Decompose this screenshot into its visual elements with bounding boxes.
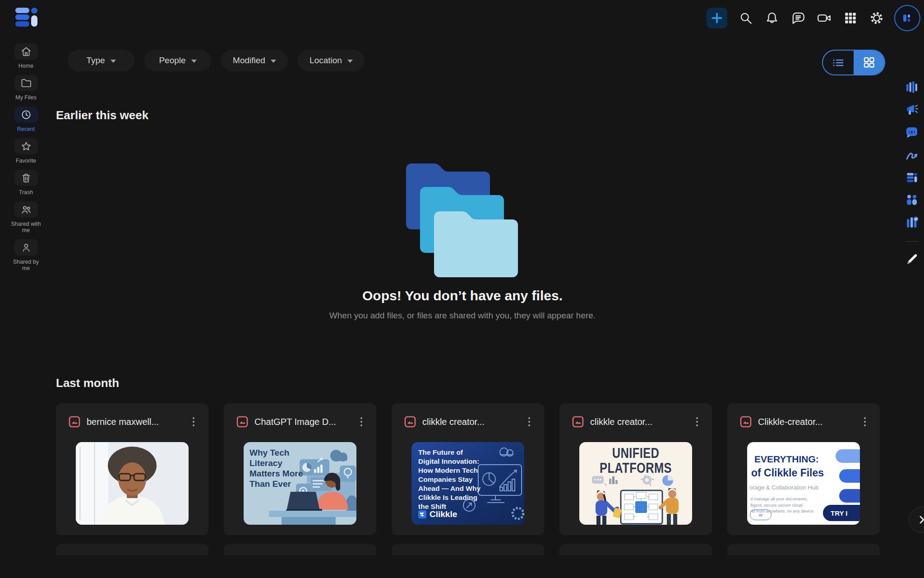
promo-pill: [839, 469, 860, 483]
file-thumbnail-illustration: The Future of Digital Innovation: How Mo…: [411, 442, 524, 525]
grid-view-button[interactable]: [854, 51, 884, 75]
folder-icon: [20, 77, 32, 89]
image-file-icon: [404, 416, 416, 428]
file-thumbnail-promo: EVERYTHING: of Clikkle Files orage & Col…: [747, 442, 860, 525]
empty-state-title: Oops! You don’t have any files.: [52, 288, 873, 303]
bell-icon: [765, 11, 779, 25]
filter-chips: Type People Modified Location: [68, 50, 365, 71]
chevron-right-icon: [917, 515, 924, 525]
sidebar-item-shared-by-me[interactable]: Shared by me: [11, 239, 41, 271]
top-bar: [0, 0, 924, 36]
image-file-icon: [572, 416, 584, 428]
list-icon: [831, 57, 846, 69]
section-last-month: Last month: [56, 376, 119, 390]
top-actions: [707, 5, 920, 32]
trash-icon: [20, 172, 32, 184]
card-placeholder[interactable]: [56, 544, 208, 555]
file-name: Clikkle-creator...: [758, 417, 862, 427]
plus-icon: [711, 12, 723, 24]
chevron-down-icon: [111, 60, 116, 63]
file-thumbnail-illustration: Why Tech Literacy Matters More Than Ever: [244, 442, 356, 525]
people-icon: [20, 204, 32, 215]
card-menu-button[interactable]: [694, 417, 700, 427]
file-card[interactable]: clikkle creator... UNIFIED PLATFORMS: [559, 403, 712, 535]
bars-chart-icon[interactable]: [905, 80, 919, 94]
left-sidebar: Home My Files Recent Favorite Trash Shar…: [0, 36, 52, 578]
empty-state: Oops! You don’t have any files. When you…: [52, 288, 873, 321]
logo-bar: [15, 21, 29, 27]
home-icon: [20, 46, 32, 57]
view-toggle: [822, 50, 885, 75]
settings-button[interactable]: [869, 10, 884, 26]
rail-divider: [905, 241, 919, 242]
file-thumbnail-photo: [76, 442, 189, 525]
sidebar-item-favorite[interactable]: Favorite: [11, 138, 41, 164]
sidebar-item-trash[interactable]: Trash: [11, 170, 41, 196]
sidebar-item-my-files[interactable]: My Files: [11, 75, 41, 101]
card-menu-button[interactable]: [526, 417, 532, 427]
pencil-icon[interactable]: [905, 252, 919, 266]
file-card[interactable]: Clikkle-creator... EVERYTHING: of Clikkl…: [727, 403, 880, 535]
section-earlier-this-week: Earlier this week: [56, 108, 148, 122]
card-placeholder[interactable]: [727, 544, 880, 555]
promo-outline-button: w: [750, 509, 772, 520]
right-app-rail: [902, 80, 921, 266]
image-file-icon: [69, 416, 80, 428]
search-button[interactable]: [738, 10, 753, 26]
people-pair-icon[interactable]: [905, 193, 919, 207]
clikkle-logo[interactable]: [13, 4, 39, 25]
apps-button[interactable]: [843, 10, 858, 26]
chevron-down-icon: [271, 60, 276, 63]
file-name: bernice maxwell...: [87, 417, 190, 427]
star-icon: [20, 140, 32, 152]
meet-button[interactable]: [817, 10, 832, 26]
filter-modified[interactable]: Modified: [221, 50, 288, 71]
account-avatar[interactable]: [894, 5, 920, 31]
main-content: Type People Modified Location: [52, 36, 902, 578]
chat-button[interactable]: [790, 10, 806, 26]
file-name: clikkle creator...: [422, 417, 526, 427]
new-plus-button[interactable]: [707, 8, 727, 28]
video-icon: [817, 11, 832, 25]
file-card[interactable]: bernice maxwell...: [56, 403, 208, 535]
carousel-next-button[interactable]: [909, 507, 924, 533]
clikkle-logo-icon[interactable]: [905, 171, 919, 184]
apps-grid-icon: [843, 11, 858, 25]
image-file-icon: [236, 416, 248, 428]
clock-icon: [20, 109, 32, 121]
logo-dot: [31, 8, 37, 14]
list-view-button[interactable]: [823, 51, 854, 75]
file-card[interactable]: ChatGPT Image D... Why Tech Literacy Mat…: [224, 403, 376, 535]
card-menu-button[interactable]: [862, 417, 868, 427]
megaphone-icon[interactable]: [905, 103, 919, 117]
notifications-button[interactable]: [764, 10, 780, 26]
card-placeholder[interactable]: [224, 544, 376, 555]
file-thumbnail-illustration: UNIFIED PLATFORMS: [579, 442, 692, 525]
empty-folders-illustration: [406, 158, 519, 277]
signature-icon[interactable]: [905, 148, 919, 162]
file-name: ChatGPT Image D...: [254, 417, 358, 427]
logo-bar: [15, 14, 29, 20]
card-menu-button[interactable]: [358, 417, 365, 427]
card-menu-button[interactable]: [190, 417, 197, 427]
sidebar-item-home[interactable]: Home: [11, 43, 41, 69]
sidebar-item-recent[interactable]: Recent: [11, 107, 41, 132]
logo-bar: [31, 15, 37, 27]
card-placeholder[interactable]: [559, 544, 712, 555]
bars-check-icon[interactable]: [905, 216, 919, 229]
filter-type[interactable]: Type: [68, 50, 134, 71]
search-icon: [739, 11, 753, 25]
bot-chat-icon[interactable]: [905, 126, 919, 139]
sidebar-item-shared-with-me[interactable]: Shared with me: [11, 201, 41, 233]
file-card[interactable]: clikkle creator... The Future of Digital…: [392, 403, 544, 535]
chevron-down-icon: [347, 60, 353, 63]
grid-icon: [861, 56, 877, 70]
image-file-icon: [740, 416, 752, 428]
chevron-down-icon: [191, 60, 197, 63]
filter-people[interactable]: People: [144, 50, 211, 71]
file-card-row: bernice maxwell...: [56, 403, 880, 535]
filter-location[interactable]: Location: [298, 50, 365, 71]
card-placeholder[interactable]: [392, 544, 544, 555]
file-name: clikkle creator...: [590, 417, 694, 427]
chat-icon: [791, 11, 805, 25]
